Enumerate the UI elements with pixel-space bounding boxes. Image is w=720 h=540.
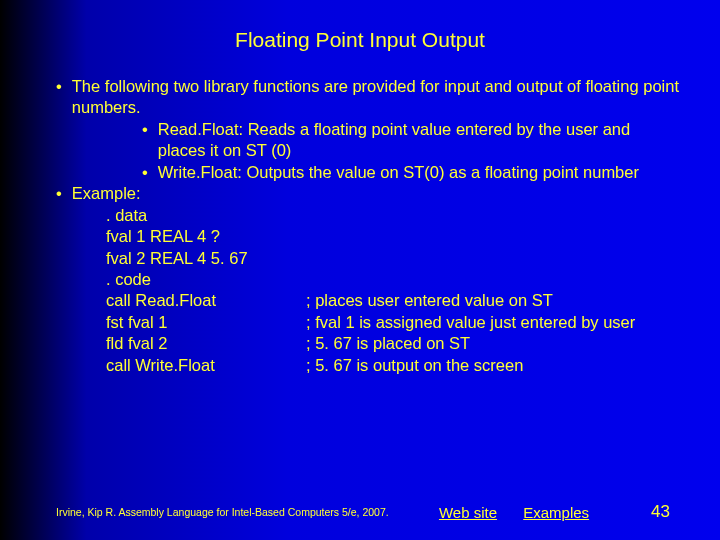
- footer-links: Web site Examples: [439, 504, 611, 521]
- code-line: . code: [106, 269, 680, 290]
- page-number: 43: [611, 502, 670, 522]
- bullet-text: Write.Float: Outputs the value on ST(0) …: [158, 162, 680, 183]
- code-line: call Read.Float ; places user entered va…: [106, 290, 680, 311]
- slide-title: Floating Point Input Output: [0, 0, 720, 76]
- bullet-text: The following two library functions are …: [72, 76, 680, 119]
- bullet-marker: •: [142, 162, 158, 183]
- code-instruction: call Read.Float: [106, 290, 306, 311]
- code-line: fval 1 REAL 4 ?: [106, 226, 680, 247]
- code-example: . data fval 1 REAL 4 ? fval 2 REAL 4 5. …: [56, 205, 680, 377]
- bullet-level1: • The following two library functions ar…: [56, 76, 680, 119]
- code-line: call Write.Float ; 5. 67 is output on th…: [106, 355, 680, 376]
- bullet-marker: •: [56, 183, 72, 204]
- code-line: . data: [106, 205, 680, 226]
- examples-link[interactable]: Examples: [523, 504, 589, 521]
- code-comment: ; fval 1 is assigned value just entered …: [306, 312, 680, 333]
- code-comment: ; 5. 67 is placed on ST: [306, 333, 680, 354]
- bullet-level2: • Write.Float: Outputs the value on ST(0…: [56, 162, 680, 183]
- code-line: fld fval 2 ; 5. 67 is placed on ST: [106, 333, 680, 354]
- bullet-level2: • Read.Float: Reads a floating point val…: [56, 119, 680, 162]
- footer-citation: Irvine, Kip R. Assembly Language for Int…: [56, 506, 439, 518]
- bullet-level1: • Example:: [56, 183, 680, 204]
- code-instruction: fld fval 2: [106, 333, 306, 354]
- bullet-marker: •: [56, 76, 72, 119]
- code-instruction: fst fval 1: [106, 312, 306, 333]
- website-link[interactable]: Web site: [439, 504, 497, 521]
- slide-body: • The following two library functions ar…: [0, 76, 720, 376]
- code-comment: ; places user entered value on ST: [306, 290, 680, 311]
- code-instruction: call Write.Float: [106, 355, 306, 376]
- bullet-text: Read.Float: Reads a floating point value…: [158, 119, 680, 162]
- slide-footer: Irvine, Kip R. Assembly Language for Int…: [0, 502, 720, 522]
- code-line: fval 2 REAL 4 5. 67: [106, 248, 680, 269]
- bullet-marker: •: [142, 119, 158, 162]
- bullet-text: Example:: [72, 183, 680, 204]
- code-line: fst fval 1 ; fval 1 is assigned value ju…: [106, 312, 680, 333]
- code-comment: ; 5. 67 is output on the screen: [306, 355, 680, 376]
